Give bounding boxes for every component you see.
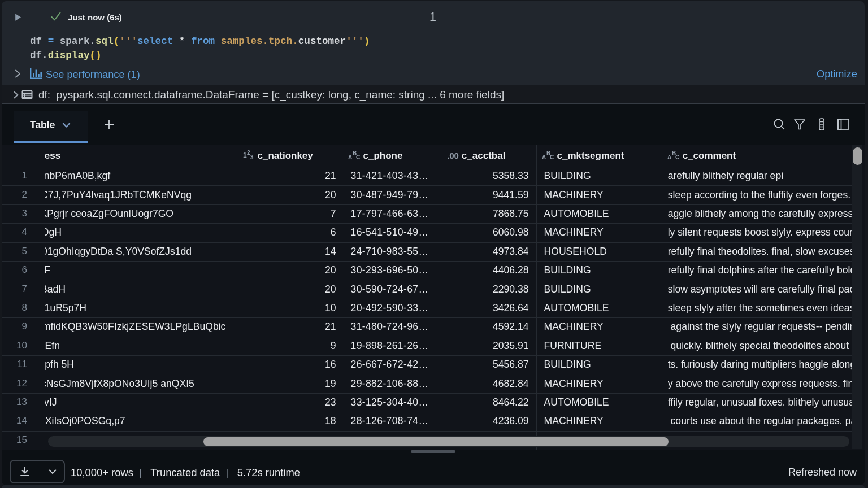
svg-text:A: A bbox=[348, 154, 352, 160]
svg-text:A: A bbox=[667, 154, 671, 160]
svg-text:A: A bbox=[542, 154, 546, 160]
svg-text:3: 3 bbox=[250, 154, 254, 160]
svg-text:C: C bbox=[675, 154, 679, 160]
svg-text:1: 1 bbox=[243, 151, 247, 159]
svg-text:C: C bbox=[356, 154, 360, 160]
svg-text:C: C bbox=[550, 154, 554, 160]
